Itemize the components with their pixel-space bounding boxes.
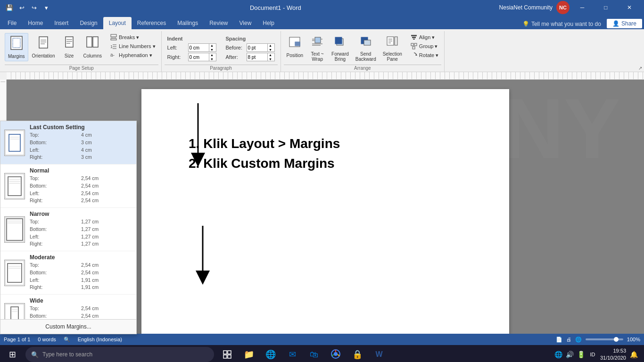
tab-design[interactable]: Design (74, 17, 103, 29)
indent-left-up[interactable]: ▲ (209, 43, 215, 48)
page-info: Page 1 of 1 (4, 337, 30, 342)
columns-button[interactable]: Columns (81, 33, 105, 61)
margin-item-wide[interactable]: Wide Top:2,54 cm Bottom:2,54 cm Left:5,0… (0, 295, 136, 319)
tab-references[interactable]: References (132, 17, 172, 29)
taskbar-app-store[interactable]: 🛍 (304, 345, 324, 362)
margins-dropdown-scroll[interactable]: Last Custom Setting Top:4 cm Bottom:3 cm… (0, 121, 136, 319)
status-bar: Page 1 of 1 0 words 🔍 English (Indonesia… (0, 334, 644, 345)
proofing-icon[interactable]: 🔍 (64, 337, 70, 343)
indent-left-input[interactable]: 0 cm ▲ ▼ (188, 43, 216, 52)
tell-me-input[interactable]: 💡 Tell me what you want to do (517, 19, 607, 29)
horizontal-ruler (7, 72, 644, 80)
wrap-text-button[interactable]: Text ~ Wrap (307, 33, 328, 64)
send-backward-line2: Backward (355, 57, 376, 62)
taskbar-search-box[interactable]: 🔍 Type here to search (25, 347, 214, 362)
spacing-before-input[interactable]: 0 pt ▲ ▼ (247, 43, 275, 52)
tab-view[interactable]: View (234, 17, 257, 29)
customize-quick-btn[interactable]: ▾ (41, 2, 52, 13)
tab-mailings[interactable]: Mailings (172, 17, 204, 29)
view-read-icon[interactable]: 📄 (556, 337, 562, 343)
margin-item-last-custom[interactable]: Last Custom Setting Top:4 cm Bottom:3 cm… (0, 121, 136, 165)
tab-help[interactable]: Help (257, 17, 280, 29)
margin-item-moderate[interactable]: Moderate Top:2,54 cm Bottom:2,54 cm Left… (0, 251, 136, 295)
breaks-button[interactable]: Breaks ▾ (107, 33, 158, 41)
user-name: NesiaNet Community (499, 4, 553, 11)
taskbar-clock[interactable]: 19:53 31/10/2020 (600, 347, 626, 362)
taskbar-right: 🌐 🔊 🔋 ID 19:53 31/10/2020 🔔 (550, 347, 642, 362)
indent-right-down[interactable]: ▼ (209, 57, 215, 61)
maximize-button[interactable]: □ (595, 0, 617, 15)
position-button[interactable]: Position (284, 33, 306, 61)
spacing-after-up[interactable]: ▲ (268, 53, 273, 57)
spacing-after-row: After: 8 pt ▲ ▼ (226, 53, 275, 61)
share-button[interactable]: 👤 Share (607, 19, 642, 28)
close-button[interactable]: ✕ (619, 0, 640, 15)
spacing-after-input[interactable]: 8 pt ▲ ▼ (247, 53, 275, 61)
page-setup-label: Page Setup ↗ (5, 65, 158, 72)
user-avatar[interactable]: NC (556, 1, 570, 14)
spacing-before-down[interactable]: ▼ (268, 48, 273, 52)
minimize-button[interactable]: ─ (571, 0, 593, 15)
svg-rect-40 (413, 39, 415, 40)
spacing-before-up[interactable]: ▲ (268, 43, 273, 48)
margins-button[interactable]: Margins (5, 33, 28, 61)
taskbar-app-chrome[interactable] (325, 345, 346, 362)
tab-review[interactable]: Review (204, 17, 233, 29)
margin-icon-moderate (4, 260, 25, 286)
indent-right-up[interactable]: ▲ (209, 53, 215, 57)
margin-title-narrow: Narrow (30, 211, 132, 217)
undo-quick-btn[interactable]: ↩ (16, 2, 27, 13)
indent-left-spinner: ▲ ▼ (209, 43, 215, 52)
tab-home[interactable]: Home (22, 17, 49, 29)
tab-insert[interactable]: Insert (49, 17, 74, 29)
rotate-button[interactable]: Rotate ▾ (408, 51, 441, 59)
selection-pane-line1: Selection (383, 51, 402, 57)
windows-logo-icon: ⊞ (9, 349, 16, 360)
indent-right-input[interactable]: 0 cm ▲ ▼ (188, 53, 216, 61)
view-web-icon[interactable]: 🌐 (575, 337, 582, 343)
spacing-after-down[interactable]: ▼ (268, 57, 273, 61)
indent-left-down[interactable]: ▼ (209, 48, 215, 52)
taskbar-app-taskview[interactable] (217, 345, 238, 362)
svg-rect-6 (66, 37, 73, 47)
battery-icon[interactable]: 🔋 (577, 351, 586, 358)
margin-item-narrow[interactable]: Narrow Top:1,27 cm Bottom:1,27 cm Left:1… (0, 208, 136, 251)
svg-rect-38 (411, 35, 417, 36)
taskbar-app-word[interactable]: W (369, 345, 389, 362)
hyphenation-button[interactable]: a- Hyphenation ▾ (107, 51, 158, 59)
line-numbers-button[interactable]: 1 Line Numbers ▾ (107, 42, 158, 50)
tab-file[interactable]: File (2, 17, 22, 29)
tab-layout[interactable]: Layout (103, 17, 132, 29)
redo-quick-btn[interactable]: ↪ (28, 2, 40, 13)
orientation-button[interactable]: Orientation (29, 33, 58, 61)
taskbar-app-vpn[interactable]: 🔒 (347, 345, 368, 362)
start-button[interactable]: ⊞ (2, 345, 23, 362)
network-icon[interactable]: 🌐 (554, 351, 563, 358)
volume-icon[interactable]: 🔊 (565, 351, 575, 358)
send-backward-button[interactable]: Send Backward (353, 33, 379, 64)
align-button[interactable]: Align ▾ (408, 33, 441, 41)
svg-rect-10 (87, 37, 92, 47)
taskbar-app-explorer[interactable]: 📁 (239, 345, 259, 362)
ribbon-group-paragraph: Indent Left: 0 cm ▲ ▼ Right: (162, 31, 281, 72)
svg-rect-2 (39, 37, 48, 48)
margin-item-normal[interactable]: Normal Top:2,54 cm Bottom:2,54 cm Left:2… (0, 165, 136, 208)
send-backward-icon (360, 35, 372, 50)
custom-margins-button[interactable]: Custom Margins... (0, 319, 136, 334)
svg-rect-30 (335, 37, 342, 44)
zoom-slider[interactable] (586, 338, 623, 340)
view-print-icon[interactable]: 🖨 (566, 337, 571, 342)
notification-icon[interactable]: 🔔 (629, 351, 638, 358)
size-button[interactable]: Size (59, 33, 80, 61)
taskbar-app-mail[interactable]: ✉ (282, 345, 303, 362)
bring-forward-button[interactable]: Forward Bring (329, 33, 352, 64)
language-icon[interactable]: ID (588, 352, 597, 357)
selection-pane-button[interactable]: Selection Pane (380, 33, 405, 64)
save-quick-btn[interactable]: 💾 (4, 2, 15, 13)
watermark: NY (503, 80, 644, 221)
group-button[interactable]: Group ▾ (408, 42, 441, 50)
svg-rect-60 (5, 261, 24, 285)
svg-rect-32 (364, 40, 371, 45)
taskbar-app-edge[interactable]: 🌐 (260, 345, 281, 362)
spacing-after-label: After: (226, 54, 245, 60)
